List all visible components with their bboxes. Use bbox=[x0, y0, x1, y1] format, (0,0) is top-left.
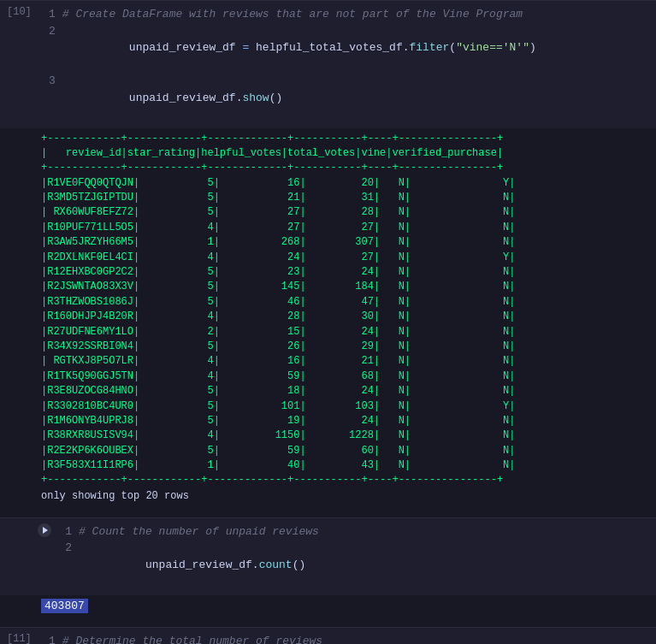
code-line: 1 # Count the number of unpaid reviews bbox=[58, 523, 653, 541]
code-line: 2 unpaid_review_df.count() bbox=[58, 540, 653, 590]
cell-11: [11] 1 # Determine the total number of r… bbox=[0, 627, 656, 644]
line-number: 3 bbox=[42, 73, 56, 123]
code-comment: # Count the number of unpaid reviews bbox=[79, 523, 319, 541]
cell-10: [10] 1 # Create DataFrame with reviews t… bbox=[0, 0, 656, 511]
line-number: 1 bbox=[42, 633, 56, 644]
code-line: 1 # Determine the total number of review… bbox=[42, 633, 653, 644]
code-content: unpaid_review_df.count() bbox=[79, 540, 305, 590]
cell-spacer-2 bbox=[0, 620, 656, 627]
line-number: 2 bbox=[58, 540, 72, 590]
cell-10-output: +------------+------------+-------------… bbox=[0, 128, 656, 511]
output-table: +------------+------------+-------------… bbox=[41, 132, 649, 488]
code-content: unpaid_review_df.show() bbox=[62, 73, 282, 123]
cell-run-code: 1 # Count the number of unpaid reviews 2… bbox=[55, 522, 656, 592]
cell-run-output: 403807 bbox=[0, 595, 656, 620]
code-line: 2 unpaid_review_df = helpful_total_votes… bbox=[42, 23, 653, 74]
output-note: only showing top 20 rows bbox=[41, 488, 649, 504]
line-number: 1 bbox=[42, 6, 56, 23]
run-icon[interactable] bbox=[38, 523, 51, 537]
line-number: 2 bbox=[42, 23, 56, 74]
run-button-area[interactable] bbox=[34, 522, 55, 592]
cell-number-run bbox=[0, 522, 34, 592]
cell-number-10: [10] bbox=[0, 4, 38, 125]
cell-10-code: 1 # Create DataFrame with reviews that a… bbox=[38, 4, 656, 125]
cell-number-11: [11] bbox=[0, 631, 38, 644]
cell-run: 1 # Count the number of unpaid reviews 2… bbox=[0, 517, 656, 620]
line-number: 1 bbox=[58, 523, 72, 541]
cell-11-code: 1 # Determine the total number of review… bbox=[38, 631, 656, 644]
code-comment: # Create DataFrame with reviews that are… bbox=[62, 6, 523, 23]
cell-spacer bbox=[0, 511, 656, 517]
code-line: 3 unpaid_review_df.show() bbox=[42, 73, 653, 123]
output-highlight-value: 403807 bbox=[41, 599, 88, 613]
code-comment: # Determine the total number of reviews bbox=[62, 633, 322, 644]
code-line: 1 # Create DataFrame with reviews that a… bbox=[42, 6, 653, 23]
code-content: unpaid_review_df = helpful_total_votes_d… bbox=[62, 23, 536, 74]
